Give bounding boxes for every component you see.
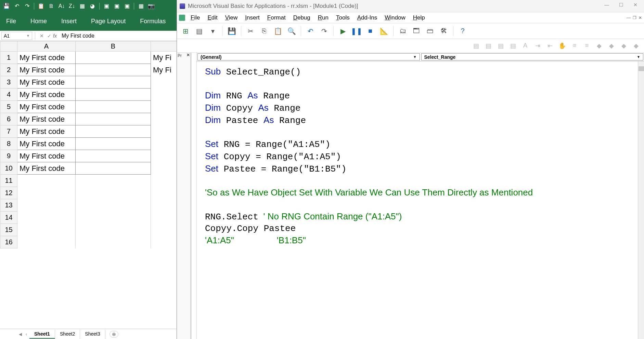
cell[interactable]: My First code [17,113,76,125]
cell[interactable]: My First code [17,101,76,113]
ribbon-tab-home[interactable]: Home [28,16,50,26]
cell[interactable]: My First code [17,150,76,162]
breakpoint-icon[interactable]: ✋ [557,41,567,51]
row-header[interactable]: 8 [0,138,17,150]
code-editor[interactable]: Sub Select_Range() Dim RNG As Range Dim … [197,62,644,339]
row-header[interactable]: 13 [0,199,17,212]
menu-file[interactable]: File [187,13,203,23]
cell[interactable]: My First code [17,138,76,150]
tab-first-icon[interactable]: ◀ [17,332,23,337]
redo-icon[interactable]: ↷ [318,25,330,37]
cell[interactable] [76,64,151,76]
list-const-icon[interactable]: ▤ [483,41,493,51]
undo-icon[interactable]: ↶ [305,25,316,37]
cell[interactable] [76,224,151,236]
ribbon-tab-file[interactable]: File [3,16,19,26]
cell[interactable] [17,199,76,212]
menu-insert[interactable]: Insert [242,13,263,23]
row-header[interactable]: 11 [0,175,17,187]
clipboard-icon[interactable]: 📋 [37,2,46,11]
view-excel-icon[interactable]: ⊞ [180,25,191,37]
clear-bookmarks-icon[interactable]: ◆ [631,41,641,51]
borders-icon[interactable]: ▦ [137,2,145,11]
dropdown-icon[interactable]: ▾ [207,25,219,37]
sort-desc-icon[interactable]: Z↓ [67,2,76,11]
close-icon[interactable]: ✕ [186,53,190,57]
find-icon[interactable]: 🔍 [286,25,297,37]
indent-icon[interactable]: ⇥ [532,41,543,51]
toolbox-icon[interactable]: 🛠 [438,25,450,37]
row-header[interactable]: 12 [0,187,17,199]
ribbon-tab-insert[interactable]: Insert [59,16,79,26]
chart-icon[interactable]: ◕ [88,2,97,11]
project-explorer-pane[interactable]: Pr ✕ [177,53,191,339]
object-dropdown[interactable]: (General) ▼ [197,53,420,60]
redo-icon[interactable]: ↷ [23,2,31,11]
row-header[interactable]: 3 [0,76,17,89]
name-box[interactable]: A1 ▼ [1,32,32,40]
vertical-scrollbar[interactable] [638,62,644,339]
help-icon[interactable]: ? [457,25,468,37]
menu-window[interactable]: Window [381,13,409,23]
save-icon[interactable]: 💾 [226,25,237,37]
cell[interactable] [76,76,151,89]
object-browser-icon[interactable]: 🗃 [424,25,436,37]
row-header[interactable]: 1 [0,52,17,64]
cell[interactable] [76,187,151,199]
sheet-tab-sheet2[interactable]: Sheet2 [55,330,80,339]
param-info-icon[interactable]: ▤ [508,41,518,51]
vba-titlebar[interactable]: Microsoft Visual Basic for Applications … [177,0,644,12]
uncomment-block-icon[interactable]: ≡ [582,41,592,51]
undo-icon[interactable]: ↶ [12,2,21,11]
row-header[interactable]: 16 [0,236,17,248]
cell[interactable] [76,175,151,187]
next-bookmark-icon[interactable]: ◆ [606,41,617,51]
mdi-minimize-icon[interactable]: — [627,15,631,20]
camera-icon[interactable]: 📷 [147,2,156,11]
cell[interactable]: My First code [17,52,76,64]
row-header[interactable]: 9 [0,150,17,162]
cell[interactable] [76,199,151,212]
sheet-tab-sheet3[interactable]: Sheet3 [80,330,105,339]
minimize-button[interactable]: — [601,2,613,10]
complete-word-icon[interactable]: A [520,41,530,51]
form-icon[interactable]: ▦ [78,2,87,11]
cell[interactable] [76,212,151,224]
add-sheet-button[interactable]: ⊕ [110,331,118,338]
macro-security-icon[interactable]: ▣ [123,2,131,11]
cell[interactable] [76,138,151,150]
project-explorer-icon[interactable]: 🗂 [397,25,409,37]
row-header[interactable]: 14 [0,212,17,224]
cell[interactable] [76,52,151,64]
cancel-icon[interactable]: ✕ [38,33,46,39]
menu-debug[interactable]: Debug [290,13,314,23]
row-header[interactable]: 15 [0,224,17,236]
ribbon-tab-formulas[interactable]: Formulas [137,16,168,26]
list-props-icon[interactable]: ▤ [471,41,481,51]
cell[interactable] [17,236,76,248]
row-header[interactable]: 6 [0,113,17,125]
mdi-close-icon[interactable]: ✕ [639,15,642,20]
cell[interactable] [17,224,76,236]
outdent-icon[interactable]: ⇤ [545,41,555,51]
quick-info-icon[interactable]: ▤ [495,41,506,51]
column-header-A[interactable]: A [17,41,76,52]
reset-icon[interactable]: ■ [364,25,376,37]
properties-icon[interactable]: 🗔 [411,25,422,37]
mdi-restore-icon[interactable]: ❐ [633,15,636,20]
record-macro-icon[interactable]: ▣ [112,2,121,11]
row-header[interactable]: 10 [0,162,17,175]
cell[interactable]: My First code [17,125,76,138]
cell[interactable] [76,89,151,101]
cell[interactable] [17,187,76,199]
paste-icon[interactable]: 📋 [272,25,284,37]
menu-tools[interactable]: Tools [333,13,353,23]
chevron-down-icon[interactable]: ▼ [413,55,417,59]
copy-icon[interactable]: ⎘ [258,25,270,37]
menu-help[interactable]: Help [410,13,428,23]
menu-add-ins[interactable]: Add-Ins [354,13,381,23]
column-header-B[interactable]: B [76,41,151,52]
select-all-corner[interactable] [0,41,17,52]
cell[interactable] [76,101,151,113]
cell[interactable]: My First code [17,64,76,76]
